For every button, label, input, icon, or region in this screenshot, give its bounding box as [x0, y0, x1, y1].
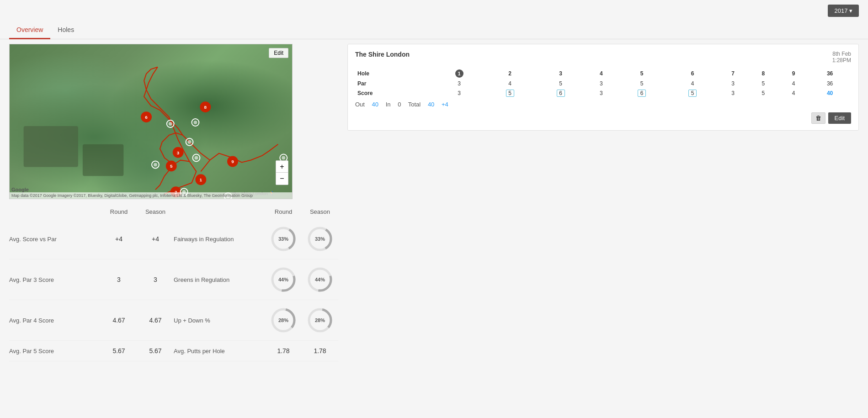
- donut-label-s1: 44%: [315, 277, 325, 282]
- sc-par-9: 4: [778, 79, 809, 88]
- sc-par-row: Par 3 4 5 3 5 4 3 5 4 36: [355, 79, 851, 88]
- sc-score-total: 40: [809, 88, 851, 98]
- course-route-svg: 1 2 3 5 6 8 9: [10, 44, 292, 199]
- stats-label-3: Avg. Par 5 Score: [9, 348, 101, 355]
- main-content: 1 2 3 5 6 8 9: [0, 44, 868, 361]
- sc-in-label: In: [386, 101, 391, 108]
- sc-par-1: 3: [434, 79, 485, 88]
- donut-label-s2: 28%: [315, 317, 325, 323]
- sc-hole-header: Hole: [355, 68, 434, 79]
- scorecard-header: The Shire London 8th Feb 1:28PM: [355, 51, 851, 63]
- course-name: The Shire London: [355, 51, 410, 58]
- sc-h4: 4: [586, 68, 616, 79]
- sc-par-label: Par: [355, 79, 434, 88]
- stats-row-0: Avg. Score vs Par +4 +4 Fairways in Regu…: [9, 219, 338, 259]
- date-text: 8th Feb: [832, 51, 851, 57]
- sc-score-box-2: 5: [506, 90, 514, 97]
- sc-total-header: 36: [809, 68, 851, 79]
- tab-overview[interactable]: Overview: [9, 21, 50, 39]
- stats-season-2: 4.67: [137, 317, 174, 324]
- year-selector[interactable]: 2017 ▾: [828, 5, 859, 17]
- round-date: 8th Feb 1:28PM: [832, 51, 851, 63]
- stats-col4-header: [174, 208, 265, 215]
- sc-par-8: 5: [748, 79, 778, 88]
- sc-score-1: 3: [434, 88, 485, 98]
- stats-col1-header: [9, 208, 101, 215]
- sc-score-3: 6: [535, 88, 586, 98]
- stats-donut-season-1: 44%: [302, 266, 338, 293]
- map-attribution: Map data ©2017 Google Imagery ©2017, Blu…: [10, 192, 292, 199]
- stats-col5-header: Round: [265, 208, 302, 215]
- sc-diff-value: +4: [442, 101, 448, 108]
- sc-hole-num-1: 1: [455, 69, 463, 78]
- sc-score-4: 3: [586, 88, 616, 98]
- stats-label2-2: Up + Down %: [174, 317, 265, 324]
- sc-h3: 3: [535, 68, 586, 79]
- sc-score-box-6: 5: [688, 90, 697, 97]
- svg-point-22: [188, 140, 192, 144]
- zoom-out-button[interactable]: −: [276, 173, 288, 185]
- stats-label2-1: Greens in Regulation: [174, 276, 265, 283]
- tab-bar: Overview Holes: [0, 21, 868, 39]
- sc-h1: 1: [434, 68, 485, 79]
- stats-label-2: Avg. Par 4 Score: [9, 317, 101, 324]
- map-zoom-controls: + −: [276, 160, 288, 185]
- sc-par-7: 3: [718, 79, 748, 88]
- stats-putts-season: 1.78: [302, 347, 338, 355]
- donut-label-r2: 28%: [278, 317, 288, 323]
- svg-point-32: [169, 122, 172, 126]
- sc-h6: 6: [667, 68, 718, 79]
- stats-row-2: Avg. Par 4 Score 4.67 4.67 Up + Down % 2…: [9, 300, 338, 341]
- svg-point-24: [194, 156, 198, 160]
- scorecard-totals: Out 40 In 0 Total 40 +4: [355, 101, 851, 108]
- sc-par-4: 3: [586, 79, 616, 88]
- svg-text:9: 9: [231, 159, 234, 164]
- stats-round-2: 4.67: [101, 317, 137, 324]
- svg-text:5: 5: [170, 164, 173, 169]
- sc-in-value: 0: [398, 101, 401, 108]
- trash-icon: 🗑: [815, 115, 821, 122]
- stats-donut-season-0: 33%: [302, 225, 338, 253]
- stats-season-0: +4: [137, 235, 174, 243]
- stats-donut-season-2: 28%: [302, 307, 338, 334]
- svg-rect-1: [24, 126, 78, 167]
- stats-col6-header: Season: [302, 208, 338, 215]
- scorecard-table: Hole 1 2 3 4 5 6 7 8 9 36: [355, 68, 851, 98]
- sc-score-6: 5: [667, 88, 718, 98]
- svg-text:6: 6: [145, 115, 148, 120]
- svg-rect-2: [83, 144, 123, 176]
- donut-label-s0: 33%: [315, 236, 325, 242]
- sc-score-9: 4: [778, 88, 809, 98]
- map-container: 1 2 3 5 6 8 9: [9, 44, 293, 199]
- stats-label2-0: Fairways in Regulation: [174, 236, 265, 243]
- sc-score-8: 5: [748, 88, 778, 98]
- left-column: 1 2 3 5 6 8 9: [9, 44, 338, 361]
- sc-h7: 7: [718, 68, 748, 79]
- sc-par-3: 5: [535, 79, 586, 88]
- sc-score-label: Score: [355, 88, 434, 98]
- tab-holes[interactable]: Holes: [50, 21, 81, 39]
- time-text: 1:28PM: [832, 57, 851, 63]
- stats-label-1: Avg. Par 3 Score: [9, 276, 101, 283]
- scorecard-delete-button[interactable]: 🗑: [811, 112, 825, 124]
- sc-score-5: 6: [616, 88, 667, 98]
- zoom-in-button[interactable]: +: [276, 161, 288, 173]
- stats-donut-round-0: 33%: [265, 225, 302, 253]
- right-column: The Shire London 8th Feb 1:28PM Hole 1 2…: [347, 44, 859, 361]
- stats-row-3: Avg. Par 5 Score 5.67 5.67 Avg. Putts pe…: [9, 341, 338, 361]
- svg-point-28: [154, 163, 157, 166]
- sc-score-7: 3: [718, 88, 748, 98]
- stats-putts-round: 1.78: [265, 347, 302, 355]
- sc-h2: 2: [485, 68, 535, 79]
- stats-round-1: 3: [101, 276, 137, 283]
- donut-label-r0: 33%: [278, 236, 288, 242]
- sc-score-box-5: 6: [638, 90, 646, 97]
- sc-h9: 9: [778, 68, 809, 79]
- svg-text:8: 8: [204, 105, 207, 110]
- sc-out-value: 40: [372, 101, 378, 108]
- map-edit-button[interactable]: Edit: [269, 48, 288, 58]
- scorecard-edit-button[interactable]: Edit: [828, 112, 851, 124]
- svg-point-18: [282, 156, 285, 160]
- sc-par-total: 36: [809, 79, 851, 88]
- sc-total-label: Total: [408, 101, 421, 108]
